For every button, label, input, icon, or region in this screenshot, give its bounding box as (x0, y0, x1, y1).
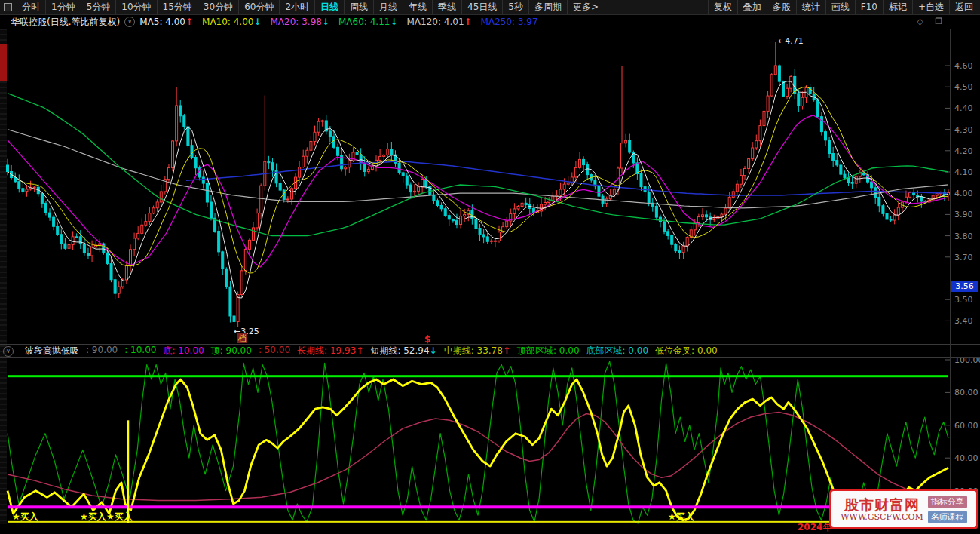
candle-body (786, 88, 789, 96)
candle-body (697, 217, 700, 223)
candle-body (678, 251, 681, 253)
candle-body (7, 165, 9, 171)
period-tab[interactable]: 分时 (17, 0, 45, 14)
candle-body (194, 158, 197, 168)
candle-body (290, 189, 292, 199)
period-tab[interactable]: 日线 (314, 0, 344, 14)
axis-label: 3.50 (954, 295, 973, 305)
candle-body (517, 206, 519, 208)
candle-body (752, 148, 754, 159)
tool-button[interactable]: 画线 (825, 0, 855, 14)
period-tab[interactable]: 周线 (344, 0, 373, 14)
axis-label: 100.00 (954, 358, 980, 365)
candle-body (832, 154, 835, 161)
tool-button[interactable]: 标记 (883, 0, 912, 14)
period-tab[interactable]: 2小时 (279, 0, 314, 14)
candle-body (847, 178, 850, 183)
candle-body (367, 169, 369, 171)
candle-body (744, 168, 746, 175)
candle-body (152, 208, 155, 213)
candle-body (816, 100, 819, 117)
candle-body (613, 189, 615, 195)
candle-body (210, 202, 212, 218)
period-tab[interactable]: 季线 (432, 0, 461, 14)
tool-button[interactable]: 统计 (796, 0, 825, 14)
candle-body (893, 215, 896, 220)
candle-body (110, 264, 112, 280)
ma-value: MA5: 4.00↑ (139, 17, 193, 27)
period-tab[interactable]: 5秒 (502, 0, 528, 14)
window-icon[interactable] (4, 3, 12, 11)
candle-body (659, 217, 661, 222)
ex-rights-marker[interactable]: 档 (237, 333, 247, 343)
candle-body (913, 192, 915, 195)
period-tab[interactable]: 30分钟 (198, 0, 238, 14)
trend-arrow-icon: ↓ (390, 17, 397, 27)
candle-body (855, 176, 857, 183)
axis-label: 60.00 (954, 421, 978, 431)
period-tab[interactable]: 10分钟 (115, 0, 156, 14)
period-tabs: 分时1分钟5分钟10分钟15分钟30分钟60分钟2小时日线周线月线年线季线45日… (17, 0, 604, 14)
period-tab[interactable]: 多周期 (528, 0, 567, 14)
candle-body (897, 207, 899, 215)
ma10-line (8, 87, 948, 273)
candle-body (905, 197, 907, 202)
candle-body (141, 225, 143, 233)
current-price-box: 3.56 (951, 281, 978, 292)
candle-body (759, 126, 761, 141)
candle-body (490, 241, 492, 241)
watermark-title: 股市财富网 (841, 497, 923, 512)
year-label: 2024年 (798, 521, 831, 534)
candle-body (33, 187, 35, 188)
ma-value: MA250: 3.97 (481, 17, 538, 27)
period-tab[interactable]: 更多> (567, 0, 604, 14)
trend-arrow-icon: ↓ (253, 17, 261, 27)
ma-value: MA60: 4.11↓ (338, 17, 397, 27)
candle-body (383, 155, 385, 156)
period-tab[interactable]: 5分钟 (81, 0, 116, 14)
axis-label: 40.00 (954, 453, 978, 463)
period-toolbar: 分时1分钟5分钟10分钟15分钟30分钟60分钟2小时日线周线月线年线季线45日… (0, 0, 980, 15)
candle-body (625, 140, 627, 143)
candle-body (574, 167, 577, 177)
chevron-down-icon[interactable]: ∨ (3, 346, 14, 357)
chevron-down-icon[interactable]: ∨ (124, 17, 135, 27)
candle-body (172, 141, 174, 168)
axis-label: 4.40 (954, 103, 973, 113)
candle-body (559, 189, 562, 195)
period-tab[interactable]: 15分钟 (157, 0, 198, 14)
indicator-value: : 90.00 (86, 345, 118, 358)
axis-label: 4.10 (954, 167, 973, 177)
candle-body (544, 202, 547, 204)
candle-body (778, 66, 780, 81)
candle-body (820, 117, 822, 132)
trend-arrow-icon: ↑ (356, 345, 363, 356)
candle-body (387, 149, 389, 155)
tool-button[interactable]: 返回 (949, 0, 978, 14)
tool-button[interactable]: 多股 (767, 0, 796, 14)
candle-body (706, 215, 708, 217)
period-tab[interactable]: 45日线 (461, 0, 502, 14)
period-tab[interactable]: 月线 (373, 0, 403, 14)
candle-body (851, 183, 853, 184)
tool-button[interactable]: 复权 (708, 0, 737, 14)
period-tab[interactable]: 年线 (403, 0, 432, 14)
corner-icons[interactable]: ◇ ❐ (917, 17, 947, 26)
candle-body (64, 244, 66, 248)
main-chart-svg[interactable]: 4.604.504.404.304.204.104.003.903.803.70… (0, 29, 980, 345)
candle-body (801, 97, 804, 106)
trend-arrow-icon: ↓ (322, 17, 329, 27)
tool-button[interactable]: +自选 (912, 0, 949, 14)
dividend-event-icon[interactable]: $ (424, 334, 430, 345)
tool-button[interactable]: F10 (855, 0, 883, 14)
tool-button[interactable]: 叠加 (737, 0, 767, 14)
candle-body (118, 287, 120, 293)
candle-body (859, 173, 861, 176)
ma-value: MA20: 3.98↓ (271, 17, 329, 27)
period-tab[interactable]: 1分钟 (45, 0, 81, 14)
candle-body (79, 237, 81, 244)
axis-label: 4.00 (954, 189, 973, 198)
candle-body (271, 163, 274, 170)
period-tab[interactable]: 60分钟 (238, 0, 279, 14)
candle-body (667, 232, 669, 236)
